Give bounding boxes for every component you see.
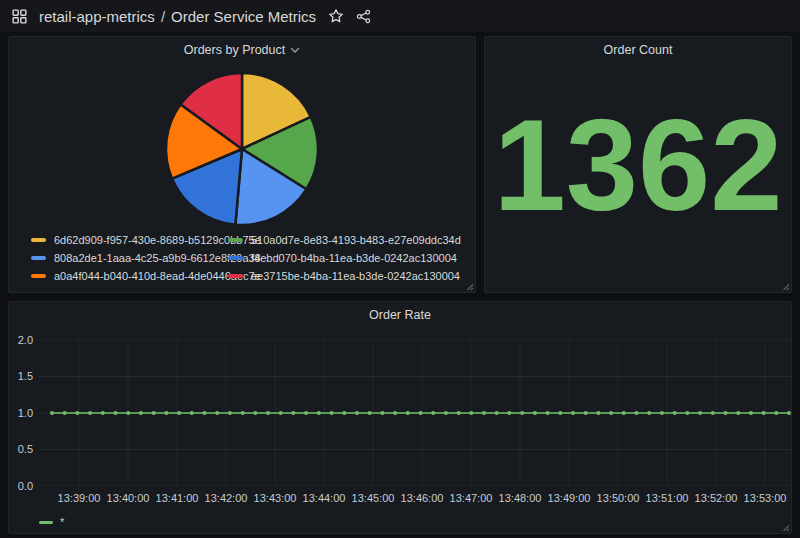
legend-swatch-icon <box>228 238 243 242</box>
x-axis-tick: 13:49:00 <box>548 492 591 504</box>
y-axis-tick: 0.5 <box>9 444 33 455</box>
pie-chart[interactable] <box>9 63 475 234</box>
order-rate-chart: 2.01.51.00.50.013:39:0013:40:0013:41:001… <box>9 328 791 533</box>
dashboard-grid: Orders by Product 6d62d909-f957-430e-868… <box>0 32 800 538</box>
dashboard-row-bottom: Order Rate 2.01.51.00.50.013:39:0013:40:… <box>8 301 792 534</box>
panel-title-text: Order Rate <box>369 308 431 322</box>
top-navigation: retail-app-metrics / Order Service Metri… <box>0 0 800 32</box>
share-icon[interactable] <box>356 9 371 24</box>
x-axis-tick: 13:53:00 <box>744 492 787 504</box>
legend-swatch-icon <box>31 256 46 260</box>
x-axis-tick: 13:40:00 <box>107 492 150 504</box>
x-axis-tick: 13:44:00 <box>303 492 346 504</box>
legend-swatch-icon <box>228 256 243 260</box>
legend-swatch-icon <box>31 238 46 242</box>
pie-legend-item[interactable]: a0a4f044-b040-410d-8ead-4de0446aec7e <box>31 270 228 282</box>
dashboard-row-top: Orders by Product 6d62d909-f957-430e-868… <box>8 36 792 293</box>
apps-icon-glyph <box>12 9 27 24</box>
legend-label: f4ebd070-b4ba-11ea-b3de-0242ac130004 <box>251 252 457 264</box>
panel-title-orders-by-product[interactable]: Orders by Product <box>9 37 475 63</box>
order-rate-plot-area[interactable] <box>39 340 791 486</box>
legend-swatch-icon <box>228 274 243 278</box>
panel-resize-handle[interactable] <box>466 283 474 291</box>
breadcrumb-separator: / <box>161 8 165 25</box>
legend-label: * <box>60 516 64 528</box>
x-axis-tick: 13:46:00 <box>401 492 444 504</box>
rate-legend-item[interactable]: * <box>39 516 64 528</box>
y-axis-tick: 2.0 <box>9 335 33 346</box>
panel-title-text: Order Count <box>604 43 673 57</box>
x-axis-tick: 13:52:00 <box>695 492 738 504</box>
panel-order-rate: Order Rate 2.01.51.00.50.013:39:0013:40:… <box>8 301 792 534</box>
y-axis-tick: 1.5 <box>9 371 33 382</box>
pie-legend-item[interactable]: f4ebd070-b4ba-11ea-b3de-0242ac130004 <box>228 252 469 264</box>
y-axis-tick: 0.0 <box>9 481 33 492</box>
x-axis-tick: 13:41:00 <box>156 492 199 504</box>
legend-label: 510a0d7e-8e83-4193-b483-e27e09ddc34d <box>251 234 461 246</box>
chevron-down-icon <box>290 47 300 53</box>
dashboards-icon[interactable] <box>12 9 27 24</box>
panel-order-count: Order Count 1362 <box>484 36 792 293</box>
panel-title-order-count[interactable]: Order Count <box>485 37 791 63</box>
pie-legend-item[interactable]: ee3715be-b4ba-11ea-b3de-0242ac130004 <box>228 270 469 282</box>
x-axis-tick: 13:39:00 <box>58 492 101 504</box>
pie-legend-item[interactable]: 6d62d909-f957-430e-8689-b5129c0bb75e <box>31 234 228 246</box>
x-axis-tick: 13:50:00 <box>597 492 640 504</box>
breadcrumb: retail-app-metrics / Order Service Metri… <box>39 8 316 25</box>
panel-resize-handle[interactable] <box>782 283 790 291</box>
legend-swatch-icon <box>31 274 46 278</box>
breadcrumb-dashboard-title[interactable]: Order Service Metrics <box>171 8 316 25</box>
panel-resize-handle[interactable] <box>782 524 790 532</box>
legend-swatch-icon <box>39 521 53 524</box>
stat-value: 1362 <box>493 100 782 230</box>
stat-panel-body: 1362 <box>485 63 791 292</box>
pie-legend: 6d62d909-f957-430e-8689-b5129c0bb75e510a… <box>9 234 475 292</box>
panel-orders-by-product: Orders by Product 6d62d909-f957-430e-868… <box>8 36 476 293</box>
x-axis-tick: 13:45:00 <box>352 492 395 504</box>
panel-title-order-rate[interactable]: Order Rate <box>9 302 791 328</box>
star-icon[interactable] <box>328 8 344 24</box>
x-axis-tick: 13:42:00 <box>205 492 248 504</box>
pie-legend-item[interactable]: 510a0d7e-8e83-4193-b483-e27e09ddc34d <box>228 234 469 246</box>
pie-legend-item[interactable]: 808a2de1-1aaa-4c25-a9b9-6612e8f29a38 <box>31 252 228 264</box>
y-axis-tick: 1.0 <box>9 408 33 419</box>
legend-label: ee3715be-b4ba-11ea-b3de-0242ac130004 <box>251 270 460 282</box>
x-axis-tick: 13:48:00 <box>499 492 542 504</box>
x-axis-tick: 13:43:00 <box>254 492 297 504</box>
panel-title-text: Orders by Product <box>184 43 285 57</box>
x-axis-tick: 13:47:00 <box>450 492 493 504</box>
x-axis-tick: 13:51:00 <box>646 492 689 504</box>
breadcrumb-dashboard-folder[interactable]: retail-app-metrics <box>39 8 155 25</box>
